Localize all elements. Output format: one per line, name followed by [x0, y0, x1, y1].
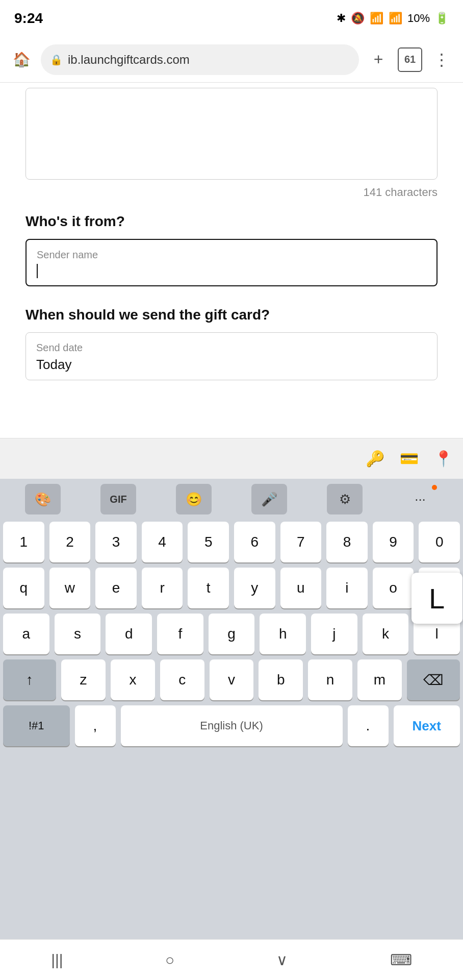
asdf-row: a s d f g h j k l L	[3, 614, 460, 654]
date-section-label: When should we send the gift card?	[25, 307, 438, 323]
key-3[interactable]: 3	[95, 522, 137, 562]
battery-indicator: 10%	[407, 12, 430, 25]
more-options-button[interactable]: ···	[402, 484, 438, 514]
comma-key[interactable]: ,	[75, 705, 116, 746]
settings-button[interactable]: ⚙	[327, 484, 363, 514]
key-6[interactable]: 6	[234, 522, 275, 562]
shift-key[interactable]: ↑	[3, 659, 56, 700]
home-nav-button[interactable]: ○	[165, 951, 174, 969]
key-w[interactable]: w	[49, 568, 91, 608]
date-value: Today	[36, 357, 427, 373]
key-s[interactable]: s	[55, 614, 101, 654]
key-d[interactable]: d	[106, 614, 152, 654]
key-4[interactable]: 4	[142, 522, 183, 562]
browser-toolbar: 🏠 🔒 ib.launchgiftcards.com + 61 ⋮	[0, 37, 463, 83]
mic-button[interactable]: 🎤	[251, 484, 287, 514]
status-icons: ✱ 🔕 📶 📶 10% 🔋	[337, 12, 449, 25]
sender-input-label: Sender name	[37, 249, 426, 261]
text-cursor	[37, 264, 38, 278]
key-e[interactable]: e	[95, 568, 137, 608]
sender-input[interactable]	[37, 264, 426, 278]
keyboard-top-bar: 🎨 GIF 😊 🎤 ⚙ ···	[0, 479, 463, 520]
key-9[interactable]: 9	[373, 522, 414, 562]
mute-icon: 🔕	[351, 12, 365, 25]
battery-icon: 🔋	[435, 12, 449, 25]
key-c[interactable]: c	[160, 659, 204, 700]
keyboard-button[interactable]: ⌨	[390, 951, 412, 969]
back-button[interactable]: |||	[51, 951, 63, 969]
date-input-label: Send date	[36, 342, 427, 354]
sender-section-label: Who's it from?	[25, 213, 438, 230]
keyboard-rows: 1 2 3 4 5 6 7 8 9 0 q w e r t y u i o p	[0, 520, 463, 748]
recents-button[interactable]: ∨	[276, 951, 288, 969]
signal-icon: 📶	[389, 12, 402, 25]
key-i[interactable]: i	[326, 568, 368, 608]
date-section: When should we send the gift card? Send …	[25, 307, 438, 380]
sticker-icon-button[interactable]: 🎨	[25, 484, 61, 514]
key-h[interactable]: h	[260, 614, 306, 654]
next-key[interactable]: Next	[394, 705, 460, 746]
key-7[interactable]: 7	[280, 522, 322, 562]
key-popup-l: L	[411, 573, 462, 624]
key-l[interactable]: l L	[414, 614, 460, 654]
key-0[interactable]: 0	[419, 522, 460, 562]
emoji-button[interactable]: 😊	[176, 484, 212, 514]
qwerty-row: q w e r t y u i o p	[3, 568, 460, 608]
key-q[interactable]: q	[3, 568, 44, 608]
key-z[interactable]: z	[61, 659, 106, 700]
textarea-section: 141 characters	[25, 83, 438, 199]
key-2[interactable]: 2	[49, 522, 91, 562]
key-m[interactable]: m	[357, 659, 402, 700]
menu-button[interactable]: ⋮	[429, 47, 454, 72]
char-count: 141 characters	[25, 186, 438, 199]
period-key[interactable]: .	[348, 705, 389, 746]
key-x[interactable]: x	[111, 659, 155, 700]
key-j[interactable]: j	[311, 614, 357, 654]
key-v[interactable]: v	[210, 659, 254, 700]
bottom-row: !#1 , English (UK) . Next	[3, 705, 460, 746]
message-textarea[interactable]	[25, 88, 438, 180]
key-y[interactable]: y	[234, 568, 275, 608]
key-5[interactable]: 5	[188, 522, 229, 562]
space-key[interactable]: English (UK)	[121, 705, 343, 746]
url-text: ib.launchgiftcards.com	[68, 53, 190, 67]
wifi-icon: 📶	[370, 12, 383, 25]
lock-icon: 🔒	[50, 54, 63, 66]
location-icon[interactable]: 📍	[434, 450, 453, 468]
tab-count-button[interactable]: 61	[398, 47, 422, 72]
key-r[interactable]: r	[142, 568, 183, 608]
add-tab-button[interactable]: +	[366, 47, 391, 72]
page-content: 141 characters Who's it from? Sender nam…	[0, 83, 463, 380]
key-u[interactable]: u	[280, 568, 322, 608]
key-icon[interactable]: 🔑	[366, 450, 384, 468]
notification-dot	[432, 485, 437, 490]
zxcv-row: ↑ z x c v b n m ⌫	[3, 659, 460, 700]
sender-section: Who's it from? Sender name	[25, 213, 438, 286]
browser-actions: + 61 ⋮	[366, 47, 454, 72]
status-bar: 9:24 ✱ 🔕 📶 📶 10% 🔋	[0, 0, 463, 37]
card-icon[interactable]: 💳	[400, 450, 419, 468]
date-input-wrapper[interactable]: Send date Today	[25, 332, 438, 380]
sender-input-wrapper[interactable]: Sender name	[25, 239, 438, 286]
key-k[interactable]: k	[363, 614, 409, 654]
key-g[interactable]: g	[209, 614, 255, 654]
backspace-key[interactable]: ⌫	[407, 659, 460, 700]
symbol-key[interactable]: !#1	[3, 705, 70, 746]
key-b[interactable]: b	[259, 659, 303, 700]
key-n[interactable]: n	[308, 659, 352, 700]
url-bar[interactable]: 🔒 ib.launchgiftcards.com	[41, 44, 359, 75]
bluetooth-icon: ✱	[337, 12, 346, 25]
bottom-navigation: ||| ○ ∨ ⌨	[0, 939, 463, 980]
key-f[interactable]: f	[157, 614, 203, 654]
keyboard-toolbar: 🔑 💳 📍	[0, 438, 463, 479]
key-1[interactable]: 1	[3, 522, 44, 562]
key-o[interactable]: o	[373, 568, 414, 608]
gif-button[interactable]: GIF	[100, 484, 136, 514]
key-8[interactable]: 8	[326, 522, 368, 562]
status-time: 9:24	[14, 10, 43, 27]
number-row: 1 2 3 4 5 6 7 8 9 0	[3, 522, 460, 562]
key-a[interactable]: a	[3, 614, 49, 654]
home-button[interactable]: 🏠	[9, 47, 34, 72]
keyboard: 🎨 GIF 😊 🎤 ⚙ ··· 1 2 3 4 5 6 7 8 9 0 q w …	[0, 479, 463, 980]
key-t[interactable]: t	[188, 568, 229, 608]
